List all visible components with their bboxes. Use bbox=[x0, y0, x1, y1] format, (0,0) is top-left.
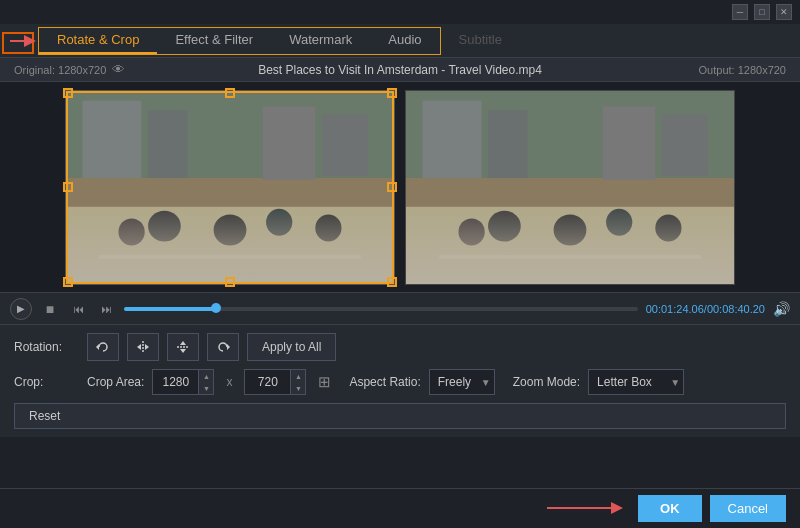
file-info-bar: Original: 1280x720 👁 Best Places to Visi… bbox=[0, 58, 800, 82]
rotate-ccw-button[interactable] bbox=[87, 333, 119, 361]
rotate-cw-button[interactable] bbox=[207, 333, 239, 361]
cyclists-svg-right bbox=[406, 91, 734, 284]
reset-button[interactable]: Reset bbox=[14, 403, 786, 429]
progress-fill bbox=[124, 307, 216, 311]
close-button[interactable]: ✕ bbox=[776, 4, 792, 20]
zoom-mode-label: Zoom Mode: bbox=[513, 375, 580, 389]
minimize-button[interactable]: ─ bbox=[732, 4, 748, 20]
svg-rect-22 bbox=[406, 206, 734, 283]
flip-h-icon bbox=[135, 339, 151, 355]
svg-marker-31 bbox=[137, 344, 141, 350]
play-button[interactable]: ▶ bbox=[10, 298, 32, 320]
svg-marker-34 bbox=[180, 341, 186, 345]
crop-handle-bm[interactable] bbox=[225, 277, 235, 287]
svg-point-24 bbox=[554, 214, 587, 245]
crop-handle-bl[interactable] bbox=[63, 277, 73, 287]
crop-height-spin-down[interactable]: ▼ bbox=[291, 382, 305, 394]
preview-area bbox=[0, 82, 800, 292]
svg-point-23 bbox=[488, 210, 521, 241]
rotation-label: Rotation: bbox=[14, 340, 79, 354]
x-separator: x bbox=[222, 375, 236, 389]
zoom-mode-select-wrap: Letter Box Pan & Scan Full ▼ bbox=[588, 369, 684, 395]
flip-v-icon bbox=[175, 339, 191, 355]
svg-rect-18 bbox=[422, 100, 481, 177]
svg-rect-19 bbox=[488, 110, 527, 178]
aspect-ratio-label: Aspect Ratio: bbox=[349, 375, 420, 389]
bottom-bar: OK Cancel bbox=[0, 488, 800, 528]
svg-marker-35 bbox=[180, 349, 186, 353]
svg-rect-17 bbox=[406, 177, 734, 216]
filename: Best Places to Visit In Amsterdam - Trav… bbox=[258, 63, 542, 77]
svg-rect-28 bbox=[439, 255, 701, 259]
video-still-right bbox=[406, 91, 734, 284]
flip-v-button[interactable] bbox=[167, 333, 199, 361]
tab-bar: Rotate & Crop Effect & Filter Watermark … bbox=[0, 24, 800, 58]
ok-arrow-indicator bbox=[545, 496, 625, 520]
aspect-ratio-select-wrap: Freely 16:9 4:3 1:1 9:16 ▼ bbox=[429, 369, 495, 395]
volume-icon[interactable]: 🔊 bbox=[773, 301, 790, 317]
crop-height-input-wrap: ▲ ▼ bbox=[244, 369, 306, 395]
crop-width-spin-up[interactable]: ▲ bbox=[199, 370, 213, 382]
controls-area: Rotation: bbox=[0, 324, 800, 437]
rotate-ccw-icon bbox=[95, 339, 111, 355]
rotate-cw-icon bbox=[215, 339, 231, 355]
prev-frame-button[interactable]: ⏮ bbox=[68, 299, 88, 319]
stop-button[interactable]: ■ bbox=[40, 299, 60, 319]
crop-handle-tr[interactable] bbox=[387, 88, 397, 98]
flip-h-button[interactable] bbox=[127, 333, 159, 361]
crop-height-input[interactable] bbox=[245, 375, 290, 389]
tab-subtitle: Subtitle bbox=[441, 24, 520, 57]
svg-point-27 bbox=[458, 218, 484, 245]
svg-point-26 bbox=[655, 214, 681, 241]
crop-handle-tl[interactable] bbox=[63, 88, 73, 98]
progress-track[interactable] bbox=[124, 307, 638, 311]
svg-rect-20 bbox=[603, 106, 655, 179]
svg-point-25 bbox=[606, 208, 632, 235]
svg-marker-36 bbox=[227, 344, 230, 350]
crop-overlay[interactable] bbox=[66, 91, 394, 284]
apply-to-all-button[interactable]: Apply to All bbox=[247, 333, 336, 361]
crop-width-spinners: ▲ ▼ bbox=[198, 370, 213, 394]
crop-row: Crop: Crop Area: ▲ ▼ x ▲ ▼ ⊞ Aspect Rati… bbox=[14, 369, 786, 395]
time-display: 00:01:24.06/00:08:40.20 bbox=[646, 303, 765, 315]
crop-area-label: Crop Area: bbox=[87, 375, 144, 389]
maximize-button[interactable]: □ bbox=[754, 4, 770, 20]
eye-icon[interactable]: 👁 bbox=[112, 62, 125, 77]
title-bar: ─ □ ✕ bbox=[0, 0, 800, 24]
crop-height-spinners: ▲ ▼ bbox=[290, 370, 305, 394]
crop-resize-icon[interactable]: ⊞ bbox=[318, 373, 331, 391]
output-res: Output: 1280x720 bbox=[699, 64, 786, 76]
crop-label: Crop: bbox=[14, 375, 79, 389]
progress-thumb[interactable] bbox=[211, 303, 221, 313]
crop-handle-br[interactable] bbox=[387, 277, 397, 287]
svg-marker-32 bbox=[145, 344, 149, 350]
svg-rect-21 bbox=[662, 114, 708, 176]
ok-button[interactable]: OK bbox=[638, 495, 702, 522]
crop-width-input-wrap: ▲ ▼ bbox=[152, 369, 214, 395]
tab-watermark[interactable]: Watermark bbox=[271, 28, 370, 54]
tab-audio[interactable]: Audio bbox=[370, 28, 439, 54]
crop-width-spin-down[interactable]: ▼ bbox=[199, 382, 213, 394]
cancel-button[interactable]: Cancel bbox=[710, 495, 786, 522]
crop-height-spin-up[interactable]: ▲ bbox=[291, 370, 305, 382]
crop-handle-tm[interactable] bbox=[225, 88, 235, 98]
rotation-row: Rotation: bbox=[14, 333, 786, 361]
tab-arrow-indicator bbox=[8, 32, 36, 50]
crop-handle-lm[interactable] bbox=[63, 182, 73, 192]
crop-width-input[interactable] bbox=[153, 375, 198, 389]
preview-left bbox=[65, 90, 395, 285]
aspect-ratio-select[interactable]: Freely 16:9 4:3 1:1 9:16 bbox=[429, 369, 495, 395]
svg-marker-29 bbox=[96, 344, 99, 350]
preview-right bbox=[405, 90, 735, 285]
zoom-mode-select[interactable]: Letter Box Pan & Scan Full bbox=[588, 369, 684, 395]
original-res: Original: 1280x720 👁 bbox=[14, 62, 125, 77]
crop-handle-rm[interactable] bbox=[387, 182, 397, 192]
tab-effect-filter[interactable]: Effect & Filter bbox=[157, 28, 271, 54]
tab-rotate-crop[interactable]: Rotate & Crop bbox=[39, 28, 157, 54]
next-frame-button[interactable]: ⏭ bbox=[96, 299, 116, 319]
playback-bar: ▶ ■ ⏮ ⏭ 00:01:24.06/00:08:40.20 🔊 bbox=[0, 292, 800, 324]
